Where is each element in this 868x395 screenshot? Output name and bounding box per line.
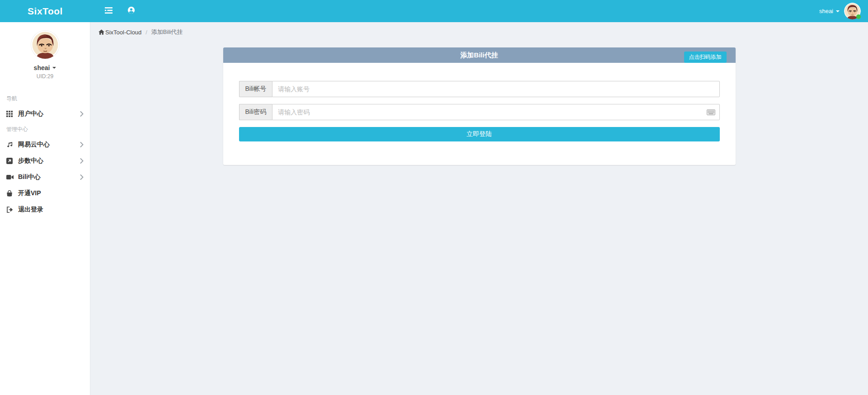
navbar-username[interactable]: sheai <box>819 8 840 14</box>
sidebar-username[interactable]: sheai <box>0 64 90 71</box>
arrow-square-icon <box>6 158 18 164</box>
sidebar-avatar[interactable] <box>31 31 59 59</box>
sidebar-user-panel: sheai UID:29 <box>0 22 90 80</box>
video-camera-icon <box>6 174 18 180</box>
sidebar-nav: 导航 用户中心 管理中心 <box>0 91 90 218</box>
home-icon <box>99 29 104 36</box>
sidebar-toggle-button[interactable] <box>99 0 117 22</box>
panel-title: 添加Bili代挂 <box>460 51 498 60</box>
chevron-right-icon <box>80 158 84 164</box>
sign-out-icon <box>6 207 18 213</box>
chevron-down-icon <box>836 10 840 12</box>
navbar-avatar[interactable] <box>844 3 861 19</box>
sidebar-item-steps-center[interactable]: 步数中心 <box>0 153 90 169</box>
account-field-group: Bili帐号 <box>239 81 720 97</box>
brand-logo[interactable]: SixTool <box>0 0 90 22</box>
password-field-group: Bili密码 <box>239 104 720 120</box>
indent-list-icon <box>105 7 113 15</box>
breadcrumb-root-link[interactable]: SixTool-Cloud <box>99 29 141 36</box>
panel-header: 添加Bili代挂 点击扫码添加 <box>223 47 736 63</box>
login-submit-button[interactable]: 立即登陆 <box>239 127 720 141</box>
sidebar-item-user-center[interactable]: 用户中心 <box>0 106 90 122</box>
user-menu-button[interactable] <box>122 0 140 22</box>
top-navbar: SixTool sheai <box>0 0 868 22</box>
breadcrumb-current: 添加Bili代挂 <box>151 28 183 36</box>
sidebar-item-vip[interactable]: 开通VIP <box>0 185 90 202</box>
chevron-right-icon <box>80 174 84 180</box>
add-bili-panel: 添加Bili代挂 点击扫码添加 Bili帐号 Bili密码 <box>223 47 736 165</box>
password-input[interactable] <box>272 104 719 120</box>
panel-body: Bili帐号 Bili密码 立即登陆 <box>223 63 736 165</box>
grid-icon <box>6 111 18 117</box>
nav-section-header: 导航 <box>0 91 90 106</box>
nav-section-header: 管理中心 <box>0 122 90 136</box>
account-input[interactable] <box>272 81 719 97</box>
shopping-bag-icon <box>6 190 18 197</box>
user-circle-icon <box>127 6 135 16</box>
sidebar-item-bili-center[interactable]: Bili中心 <box>0 169 90 185</box>
account-field-label: Bili帐号 <box>239 81 272 97</box>
chevron-down-icon <box>52 67 56 69</box>
chevron-right-icon <box>80 142 84 147</box>
breadcrumb-separator: / <box>145 29 147 36</box>
music-icon <box>6 141 18 148</box>
online-status-dot <box>856 14 861 19</box>
scan-qr-add-button[interactable]: 点击扫码添加 <box>684 52 727 63</box>
main-content: SixTool-Cloud / 添加Bili代挂 添加Bili代挂 点击扫码添加… <box>90 0 868 373</box>
breadcrumb: SixTool-Cloud / 添加Bili代挂 <box>90 22 868 41</box>
sidebar-item-netease-center[interactable]: 网易云中心 <box>0 136 90 153</box>
sidebar: sheai UID:29 导航 用户中心 管理中心 <box>0 22 90 395</box>
password-field-label: Bili密码 <box>239 104 272 120</box>
sidebar-uid: UID:29 <box>0 73 90 80</box>
chevron-right-icon <box>80 111 84 117</box>
sidebar-item-logout[interactable]: 退出登录 <box>0 202 90 218</box>
